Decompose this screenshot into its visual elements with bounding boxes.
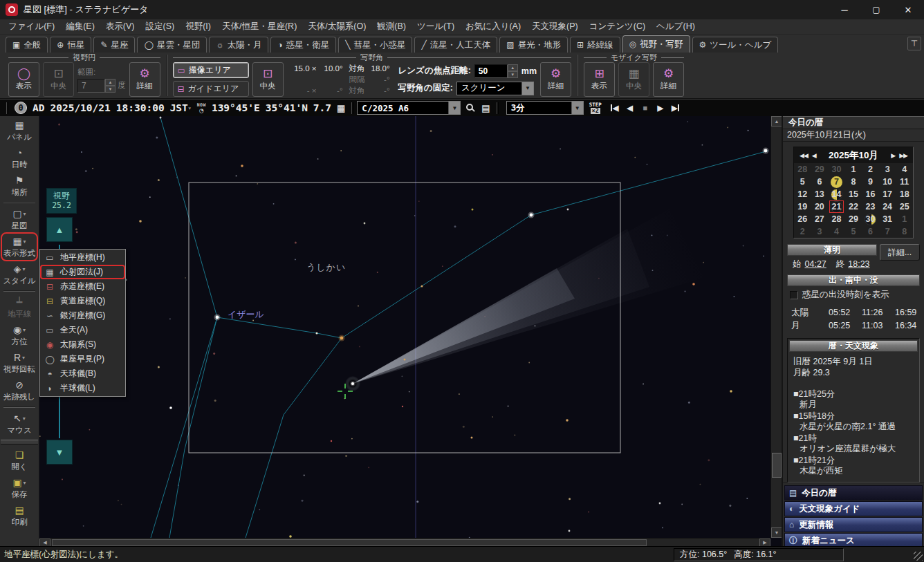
panel-nav-button[interactable]: ⌂更新情報 <box>784 517 923 532</box>
scrollbar-thumb[interactable] <box>52 539 647 546</box>
calendar-day[interactable]: 31 <box>879 213 896 225</box>
horizontal-scrollbar[interactable]: ◀ ▶ <box>39 538 770 546</box>
toolbar-grip[interactable] <box>6 102 8 114</box>
search-icon[interactable] <box>466 104 473 111</box>
sidebar-item[interactable]: ↖▾マウス <box>1 410 37 438</box>
calendar-day[interactable]: 21 <box>828 200 845 213</box>
calendar-day[interactable]: 2 <box>862 163 879 176</box>
tab[interactable]: ▣全般 <box>6 37 48 53</box>
calendar-day[interactable]: 10 <box>879 176 896 188</box>
sidebar-item[interactable]: ▦パネル <box>1 117 37 144</box>
pin-icon[interactable]: ⊤ <box>907 37 921 50</box>
tab[interactable]: ☼太陽・月 <box>209 37 268 53</box>
dropdown-arrow-icon[interactable]: ▼ <box>521 82 533 95</box>
sidebar-item[interactable]: ❏開く <box>1 447 37 474</box>
calendar-day[interactable]: 22 <box>845 200 862 213</box>
calendar-day[interactable]: 17 <box>879 188 896 200</box>
maximize-button[interactable]: ▢ <box>860 0 892 19</box>
zoom-in-button[interactable]: ▲ <box>46 217 73 242</box>
latitude-value[interactable]: 35°41'N <box>266 102 308 113</box>
calendar-day[interactable]: 4 <box>828 225 845 238</box>
calendar-day[interactable]: 23 <box>862 200 879 213</box>
vertical-scrollbar[interactable]: ▲ ▼ <box>770 116 782 538</box>
longitude-value[interactable]: 139°45'E <box>212 102 260 113</box>
menu-item[interactable]: ファイル(F) <box>3 19 60 34</box>
zoom-out-button[interactable]: ▼ <box>46 440 73 465</box>
calendar-day[interactable]: 28 <box>828 213 845 225</box>
spin-down-icon[interactable]: ▼ <box>508 71 518 78</box>
panel-nav-button[interactable]: ▤今日の暦 <box>784 485 923 500</box>
calendar-day[interactable]: 19 <box>794 200 811 213</box>
scrollbar-thumb[interactable] <box>772 453 782 478</box>
photo-angle-detail-button[interactable]: ⚙ 詳細 <box>540 62 571 97</box>
mosaic-show-button[interactable]: ⊞ 表示 <box>584 62 615 97</box>
scroll-left-icon[interactable]: ◀ <box>39 538 50 546</box>
calendar-day[interactable]: 7 <box>879 225 896 238</box>
calendar-day[interactable]: 26 <box>794 213 811 225</box>
scroll-right-icon[interactable]: ▶ <box>759 538 770 546</box>
minimize-button[interactable]: ─ <box>829 0 860 19</box>
menu-item[interactable]: 表示(V) <box>100 19 140 34</box>
twilight-detail-button[interactable]: 詳細... <box>880 244 920 261</box>
dropdown-arrow-icon[interactable]: ▼ <box>571 102 583 114</box>
tab[interactable]: ⊞経緯線 <box>570 37 620 53</box>
context-menu-item[interactable]: ⊟赤道座標(E) <box>40 279 125 294</box>
guide-area-toggle[interactable]: ⊟ ガイドエリア <box>173 81 249 97</box>
tab[interactable]: ◎視野・写野 <box>622 35 690 53</box>
twilight-end-time[interactable]: 18:23 <box>848 259 869 269</box>
timezone-dropdown[interactable]: JST▿ <box>170 102 192 113</box>
calendar-day[interactable]: 3 <box>811 225 829 238</box>
prev-month-icon[interactable]: ◀ <box>810 152 818 159</box>
panel-nav-button[interactable]: ◐天文現象ガイド <box>784 501 923 516</box>
menu-item[interactable]: 編集(E) <box>60 19 100 34</box>
calendar-day[interactable]: 13 <box>811 188 829 200</box>
playback-button[interactable]: ■ <box>638 102 653 114</box>
view-circle-detail-button[interactable]: ⚙ 詳細 <box>129 62 160 97</box>
context-menu-item[interactable]: ⊟黄道座標(Q) <box>40 294 125 308</box>
tab[interactable]: ▨昼光・地形 <box>499 37 568 53</box>
context-menu-item[interactable]: ▦心射図法(J) <box>40 265 125 279</box>
dropdown-arrow-icon[interactable]: ▼ <box>448 102 460 114</box>
menu-item[interactable]: ツール(T) <box>412 19 460 34</box>
sidebar-item[interactable]: ◈▾スタイル <box>1 261 37 288</box>
twilight-begin-time[interactable]: 04:27 <box>805 259 826 269</box>
view-circle-show-button[interactable]: ◯ 表示 <box>8 62 39 97</box>
sidebar-item[interactable]: ◉▾方位 <box>1 321 37 349</box>
toolbar-grip[interactable] <box>351 102 353 114</box>
tab[interactable]: ╲彗星・小惑星 <box>338 37 412 53</box>
prev-year-icon[interactable]: ◀◀ <box>797 152 810 159</box>
calendar-day[interactable]: 3 <box>879 163 896 176</box>
date-field[interactable]: 2025/10/21 <box>50 102 110 113</box>
sidebar-item[interactable]: ┷地平線 <box>1 294 37 321</box>
playback-button[interactable]: ◀ <box>622 102 638 114</box>
calendar-day[interactable]: 5 <box>794 176 811 188</box>
tab[interactable]: ◑惑星・衛星 <box>270 37 336 53</box>
context-menu-item[interactable]: ◗半球儀(L) <box>40 381 125 395</box>
mosaic-detail-button[interactable]: ⚙ 詳細 <box>653 62 684 97</box>
calendar-day[interactable]: 30 <box>828 163 845 176</box>
calendar-day[interactable]: 6 <box>811 176 829 188</box>
scroll-up-icon[interactable]: ▲ <box>771 116 782 127</box>
menu-item[interactable]: 視野(I) <box>180 19 216 34</box>
tab[interactable]: ✎星座 <box>93 37 135 53</box>
focal-length-spinner[interactable]: 50 ▲▼ <box>474 64 518 78</box>
playback-button[interactable]: ▶ <box>653 102 668 114</box>
calendar-day[interactable]: 8 <box>845 176 862 188</box>
menu-item[interactable]: 天文現象(P) <box>526 19 584 34</box>
next-month-icon[interactable]: ▶ <box>889 152 897 159</box>
calendar-day[interactable]: 30 <box>862 213 879 225</box>
calendar-day[interactable]: 18 <box>896 188 913 200</box>
calendar-day[interactable]: 28 <box>794 163 811 176</box>
menu-item[interactable]: 天体/恒星・星座(R) <box>216 19 302 34</box>
menu-item[interactable]: お気に入り(A) <box>460 19 526 34</box>
view-circle-center-button[interactable]: ⊡ 中央 <box>43 62 74 97</box>
now-clock-icon[interactable]: NOW◔ <box>197 103 206 113</box>
sidebar-item[interactable]: R▾視野回転 <box>1 349 37 377</box>
menu-item[interactable]: ヘルプ(H) <box>651 19 701 34</box>
menu-item[interactable]: コンテンツ(C) <box>584 19 651 34</box>
sidebar-item[interactable]: ⚑場所 <box>1 172 37 200</box>
sidebar-item[interactable]: ▣▾保存 <box>1 474 37 502</box>
calendar-day[interactable]: 14 <box>828 188 845 200</box>
playback-button[interactable]: ◀ <box>607 102 622 114</box>
fix-dropdown[interactable]: スクリーン ▼ <box>456 82 534 95</box>
